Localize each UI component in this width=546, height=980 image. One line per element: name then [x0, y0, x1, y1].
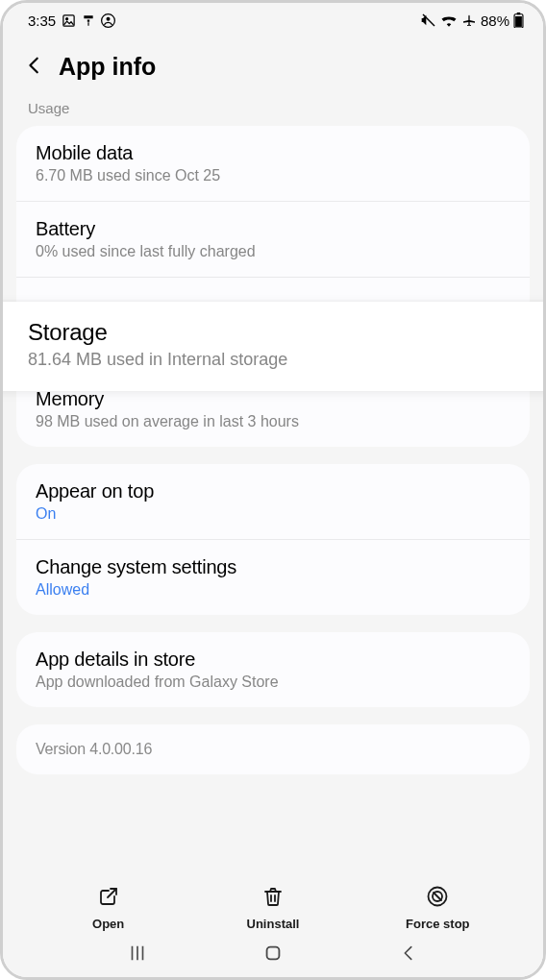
- back-icon[interactable]: [24, 55, 45, 80]
- item-version: Version 4.0.00.16: [16, 724, 530, 774]
- status-bar: 3:35: [3, 3, 543, 37]
- force-stop-button[interactable]: Force stop: [394, 885, 481, 931]
- usage-card: Mobile data 6.70 MB used since Oct 25 Ba…: [16, 126, 530, 447]
- item-battery[interactable]: Battery 0% used since last fully charged: [16, 201, 530, 277]
- svg-point-1: [66, 17, 68, 19]
- item-value: On: [36, 505, 510, 523]
- item-change-system-settings[interactable]: Change system settings Allowed: [16, 539, 530, 615]
- image-icon: [62, 13, 76, 28]
- item-title: Mobile data: [36, 142, 510, 164]
- item-value: Allowed: [36, 581, 510, 599]
- svg-rect-13: [267, 947, 280, 960]
- item-mobile-data[interactable]: Mobile data 6.70 MB used since Oct 25: [16, 126, 530, 201]
- bottom-action-bar: Open Uninstall Force stop: [3, 871, 543, 937]
- item-sub: 0% used since last fully charged: [36, 243, 510, 260]
- svg-rect-6: [515, 16, 522, 27]
- item-title: Change system settings: [36, 556, 510, 578]
- home-button[interactable]: [262, 943, 284, 968]
- airplane-icon: [461, 12, 477, 28]
- store-card: App details in store App downloaded from…: [16, 632, 530, 707]
- item-sub: 81.64 MB used in Internal storage: [28, 350, 518, 370]
- item-appear-on-top[interactable]: Appear on top On: [16, 464, 530, 539]
- item-sub: 6.70 MB used since Oct 25: [36, 167, 510, 184]
- item-title: Battery: [36, 218, 510, 240]
- open-button[interactable]: Open: [65, 885, 152, 931]
- force-stop-label: Force stop: [406, 917, 469, 931]
- open-icon: [97, 885, 120, 911]
- svg-point-3: [107, 16, 111, 20]
- svg-rect-5: [517, 12, 521, 14]
- item-app-details-in-store[interactable]: App details in store App downloaded from…: [16, 632, 530, 707]
- account-icon: [101, 13, 115, 28]
- version-text: Version 4.0.00.16: [36, 741, 510, 758]
- open-label: Open: [92, 917, 124, 931]
- stop-icon: [426, 885, 449, 911]
- item-title: Storage: [28, 319, 518, 346]
- battery-text: 88%: [481, 12, 509, 29]
- item-storage[interactable]: Storage 81.64 MB used in Internal storag…: [0, 302, 546, 391]
- version-card: Version 4.0.00.16: [16, 724, 530, 774]
- trash-icon: [261, 885, 285, 911]
- item-sub: 98 MB used on average in last 3 hours: [36, 413, 510, 430]
- mute-icon: [421, 12, 436, 28]
- nav-back-button[interactable]: [398, 943, 419, 968]
- svg-line-9: [434, 893, 441, 900]
- recent-apps-button[interactable]: [127, 943, 148, 968]
- status-time: 3:35: [28, 12, 56, 29]
- system-nav-bar: [3, 937, 543, 977]
- uninstall-button[interactable]: Uninstall: [230, 885, 316, 931]
- wifi-icon: [440, 13, 458, 27]
- permissions-card: Appear on top On Change system settings …: [16, 464, 530, 615]
- item-title: Appear on top: [36, 480, 510, 502]
- battery-icon: [513, 12, 524, 28]
- item-title: App details in store: [36, 649, 510, 671]
- network-icon: [82, 13, 95, 27]
- item-sub: App downloaded from Galaxy Store: [36, 674, 510, 691]
- uninstall-label: Uninstall: [247, 917, 300, 931]
- section-label-usage: Usage: [3, 90, 543, 122]
- item-title: Memory: [36, 388, 510, 410]
- page-title: App info: [59, 53, 156, 81]
